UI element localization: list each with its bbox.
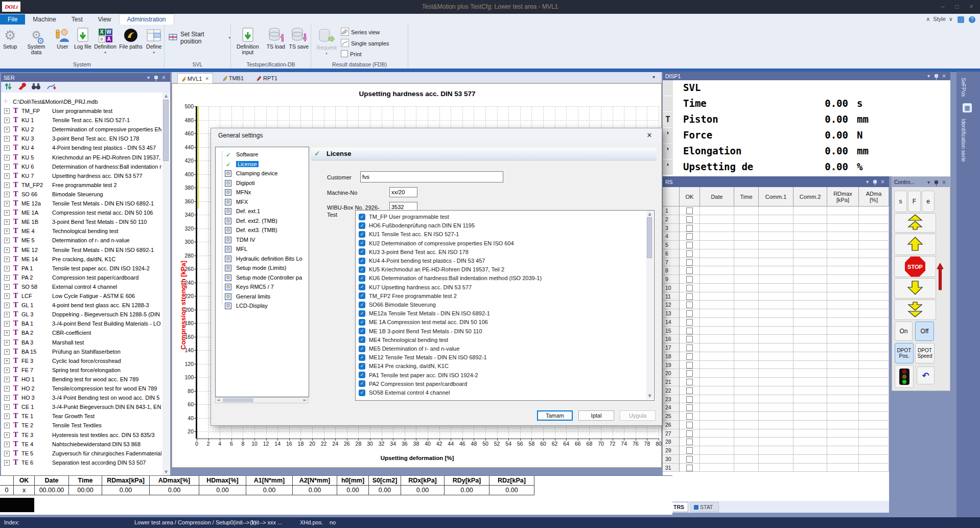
data-cell[interactable]	[680, 266, 700, 275]
expand-icon[interactable]: +	[4, 377, 10, 382]
tree-item[interactable]: +TBA 3Marshall test	[1, 338, 165, 347]
checkbox-checked-icon[interactable]: ✓	[359, 372, 365, 378]
checkbox-checked-icon[interactable]: ✓	[359, 275, 365, 282]
licensed-test-item[interactable]: ✓KU2 Determination of compressive proper…	[356, 239, 642, 248]
dropdown-icon[interactable]: ▾	[145, 75, 152, 80]
expand-icon[interactable]: +	[4, 275, 10, 281]
settings-tree-item[interactable]: ⚙Clamping device	[216, 169, 309, 178]
data-cell[interactable]	[680, 386, 700, 395]
expand-icon[interactable]: +	[4, 127, 10, 132]
settings-tree-item[interactable]: ⚙Digipoti	[216, 179, 309, 188]
ok-checkbox[interactable]	[686, 302, 693, 308]
tree-item[interactable]: +TKU 2Determination of compressive prope…	[1, 125, 165, 134]
data-cell[interactable]	[680, 275, 700, 284]
tree-item[interactable]: +TTE 4Nahtschiebewiderstand DIN 53 868	[1, 440, 165, 449]
tree-item[interactable]: +TGL 14-point bend test glass acc. EN 12…	[1, 301, 165, 310]
data-cell[interactable]	[680, 318, 700, 327]
ok-checkbox[interactable]	[686, 250, 693, 257]
pin-icon[interactable]	[154, 76, 158, 79]
ok-checkbox[interactable]	[686, 465, 693, 471]
ok-checkbox[interactable]	[686, 362, 693, 369]
binoculars-icon[interactable]	[31, 82, 41, 93]
close-icon[interactable]: ×	[940, 73, 948, 79]
licensed-test-item[interactable]: ✓ME5 Determination of r- and n-value	[356, 345, 642, 353]
licensed-test-item[interactable]: ✓ME4 Technological bending test	[356, 336, 642, 345]
dialog-close-icon[interactable]: ✕	[638, 128, 661, 143]
tree-item[interactable]: +THO 2Tensile/compression test for wood …	[1, 384, 165, 393]
expand-icon[interactable]: +	[4, 238, 10, 243]
jog-fast-down-button[interactable]	[894, 300, 936, 320]
settings-tree-item[interactable]: ⚙LCD-Display	[216, 302, 309, 311]
expand-icon[interactable]: +	[4, 145, 10, 151]
expand-icon[interactable]: +	[4, 155, 10, 160]
tree-item[interactable]: +TKU 1Tensile Test acc. EN ISO 527-1	[1, 116, 165, 125]
ok-checkbox[interactable]	[686, 319, 693, 326]
settings-tree-item[interactable]: ⚙Setup mode (Controller pa	[216, 273, 309, 283]
stop-button[interactable]: STOP	[894, 256, 936, 277]
document-tab-tmb1[interactable]: TMB1	[219, 73, 247, 83]
licensed-test-item[interactable]: ✓ME12 Tensile Test Metals - DIN EN ISO 6…	[356, 353, 642, 362]
expand-icon[interactable]: +	[4, 451, 10, 456]
settings-tree-item[interactable]: ⚙MFL	[216, 245, 309, 254]
apply-button[interactable]: Uygula	[620, 410, 656, 421]
licensed-test-item[interactable]: ✓HO6 Fußbodenprüfung nach DIN EN 1195	[356, 221, 642, 230]
tree-item[interactable]: +TME 4Technological bending test	[1, 226, 165, 236]
checkbox-checked-icon[interactable]: ✓	[359, 354, 365, 361]
tree-item[interactable]: +TGL 3Doppelring - Biegeversuch EN 1288-…	[1, 310, 165, 319]
ok-checkbox[interactable]	[686, 276, 693, 283]
ok-checkbox[interactable]	[686, 267, 693, 274]
expand-icon[interactable]: +	[4, 330, 10, 336]
data-cell[interactable]	[680, 429, 700, 438]
tab-close-icon[interactable]: ✕	[205, 76, 209, 81]
data-cell[interactable]	[680, 361, 700, 370]
checkbox-checked-icon[interactable]: ✓	[359, 380, 365, 387]
settings-tree-item[interactable]: ⚙Keys RMC5 / 7	[216, 283, 309, 292]
data-cell[interactable]	[680, 464, 700, 472]
checkbox-checked-icon[interactable]: ✓	[359, 214, 365, 220]
data-cell[interactable]	[680, 343, 700, 352]
data-cell[interactable]	[680, 412, 700, 421]
channel-button-s[interactable]: s	[894, 191, 907, 212]
expand-icon[interactable]: +	[4, 303, 10, 308]
data-cell[interactable]	[680, 421, 700, 429]
checkbox-checked-icon[interactable]: ✓	[359, 240, 365, 246]
chevron-up-icon[interactable]: ∧	[926, 16, 930, 22]
settings-tree-item[interactable]: ⚙Def. ext3. (TMB)	[216, 226, 309, 235]
checkbox-checked-icon[interactable]: ✓	[359, 292, 365, 299]
jog-down-button[interactable]	[894, 278, 936, 299]
data-cell[interactable]	[680, 446, 700, 455]
undo-button[interactable]: ↶	[917, 366, 935, 384]
licensed-test-item[interactable]: ✓KU5 Kriechmodul an PE-HD-Rohren DIN 195…	[356, 265, 642, 274]
expand-icon[interactable]: +	[4, 395, 10, 401]
data-cell[interactable]	[680, 241, 700, 249]
skin-icon[interactable]	[958, 16, 964, 23]
settings-tree-hscrollbar[interactable]: ◄ ►	[215, 397, 308, 403]
licensed-test-item[interactable]: ✓KU7 Upsetting hardness acc. DIN 53 577	[356, 283, 642, 292]
dpot-speed-button[interactable]: DPOT Speed	[915, 343, 935, 363]
tree-item[interactable]: +TFE 7Spring test force/elongation	[1, 365, 165, 375]
licensed-test-item[interactable]: ✓TM_FP User programmable test	[356, 213, 642, 221]
data-cell[interactable]	[680, 224, 700, 233]
menu-tab-test[interactable]: Test	[64, 14, 90, 25]
ribbon-button-user[interactable]: User	[54, 26, 71, 55]
tree-item[interactable]: +TPA 1Tensile test paper acc. DIN ISO 19…	[1, 264, 165, 273]
ribbon-button-single-samples[interactable]: Single samples	[341, 39, 389, 48]
tree-item[interactable]: +TME 14Pre cracking, da/dN, K1C	[1, 255, 165, 264]
expand-icon[interactable]: +	[4, 136, 10, 142]
expand-icon[interactable]: +	[4, 340, 10, 346]
ok-checkbox[interactable]	[686, 404, 693, 411]
expand-icon[interactable]: +	[4, 404, 10, 410]
tree-item[interactable]: +TME 1B3-point Bend Test Metals - DIN 50…	[1, 217, 165, 226]
ok-checkbox[interactable]	[686, 216, 693, 223]
tree-item[interactable]: +THO 1Bending test for wood acc. EN 789	[1, 375, 165, 384]
ok-checkbox[interactable]	[686, 233, 693, 240]
expand-icon[interactable]: +	[4, 108, 10, 114]
checkbox-checked-icon[interactable]: ✓	[359, 328, 365, 334]
tree-item[interactable]: +TCE 13-/4-Punkt Biegeversuch DIN EN 843…	[1, 402, 165, 411]
data-cell[interactable]	[680, 352, 700, 361]
ribbon-button-system-data[interactable]: ⚙⚙System data	[21, 26, 51, 55]
settings-tree-item[interactable]: ⚙Def. ext.1	[216, 207, 309, 216]
pin-icon[interactable]	[935, 74, 938, 78]
channel-button-e[interactable]: e	[922, 191, 935, 212]
checkbox-checked-icon[interactable]: ✓	[359, 319, 365, 326]
